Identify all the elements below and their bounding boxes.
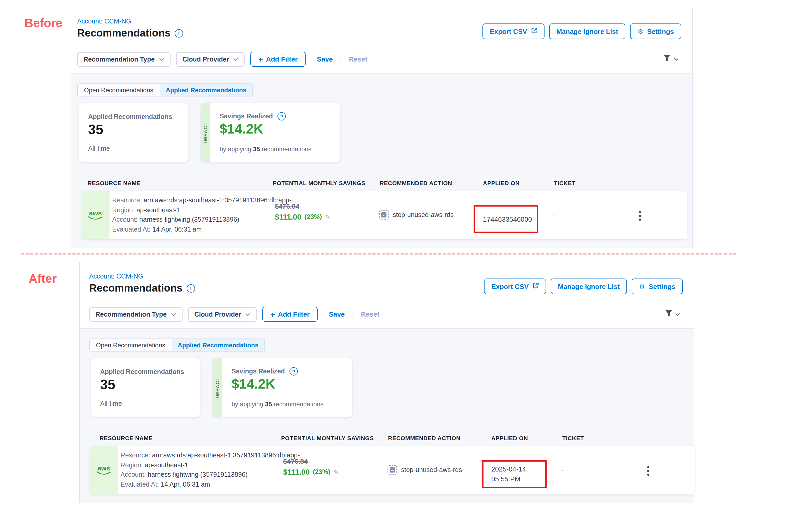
realized-savings: $111.00 xyxy=(283,468,310,476)
tab-open-recommendations[interactable]: Open Recommendations xyxy=(78,84,159,96)
add-filter-button[interactable]: + Add Filter xyxy=(250,52,305,67)
funnel-icon xyxy=(664,309,673,319)
savings-amount: $14.2K xyxy=(232,376,276,392)
cloud-provider-strip: aws xyxy=(90,446,118,494)
plus-icon: + xyxy=(258,55,263,64)
rule-icon xyxy=(387,465,397,475)
before-panel: Account: CCM-NG Recommendations i Export… xyxy=(72,7,692,248)
applied-count: 35 xyxy=(100,377,115,393)
tab-open-recommendations[interactable]: Open Recommendations xyxy=(90,339,172,351)
rule-icon xyxy=(379,210,388,220)
save-filter-link[interactable]: Save xyxy=(329,310,345,318)
column-potential-savings: POTENTIAL MONTHLY SAVINGS xyxy=(281,435,374,441)
page-title: Recommendations i xyxy=(89,282,195,294)
potential-savings-cell: $476.84 $111.00 (23%) ✎ xyxy=(283,457,339,476)
aws-smile-icon xyxy=(88,216,103,220)
manage-ignore-list-button[interactable]: Manage Ignore List xyxy=(549,23,625,39)
impact-badge: IMPACT xyxy=(213,358,222,417)
export-csv-button[interactable]: Export CSV xyxy=(482,23,544,39)
savings-realized-card: IMPACT Savings Realized ? $14.2K by appl… xyxy=(213,358,352,417)
realized-savings: $111.00 xyxy=(275,213,302,221)
account-breadcrumb[interactable]: Account: CCM-NG xyxy=(89,273,143,280)
row-menu-icon[interactable] xyxy=(638,210,642,222)
column-resource-name: RESOURCE NAME xyxy=(100,435,153,441)
filter-divider xyxy=(341,53,341,65)
ticket-cell: - xyxy=(553,211,555,218)
column-recommended-action: RECOMMENDED ACTION xyxy=(388,435,460,441)
export-csv-button[interactable]: Export CSV xyxy=(484,279,546,294)
column-recommended-action: RECOMMENDED ACTION xyxy=(380,180,452,186)
original-cost: $476.84 xyxy=(283,457,339,465)
edit-pencil-icon[interactable]: ✎ xyxy=(333,468,339,476)
plus-icon: + xyxy=(270,310,275,319)
save-filter-link[interactable]: Save xyxy=(317,55,333,63)
chevron-down-icon xyxy=(171,313,176,316)
filter-panel-toggle[interactable] xyxy=(664,309,680,319)
chevron-down-icon xyxy=(674,58,679,61)
chevron-down-icon xyxy=(159,58,164,61)
header-actions: Export CSV Manage Ignore List ⚙ Settings xyxy=(484,279,683,294)
chevron-down-icon xyxy=(233,58,239,61)
applied-on-value: 1744633546000 xyxy=(483,214,537,224)
page-title: Recommendations i xyxy=(77,27,183,39)
gear-icon: ⚙ xyxy=(638,27,643,35)
after-annotation-label: After xyxy=(29,272,57,286)
recommendation-type-filter[interactable]: Recommendation Type xyxy=(77,52,170,66)
tab-applied-recommendations[interactable]: Applied Recommendations xyxy=(172,339,265,351)
help-icon[interactable]: ? xyxy=(278,112,286,120)
manage-ignore-list-button[interactable]: Manage Ignore List xyxy=(551,279,627,294)
applied-on-time: 05:55 PM xyxy=(491,474,545,484)
applied-on-date: 2025-04-14 xyxy=(491,464,545,474)
recommendations-tabs: Open Recommendations Applied Recommendat… xyxy=(77,83,253,96)
resource-details: Resource: arn:aws:rds:ap-southeast-1:357… xyxy=(120,451,305,489)
edit-pencil-icon[interactable]: ✎ xyxy=(325,213,330,221)
column-resource-name: RESOURCE NAME xyxy=(88,180,140,186)
info-icon[interactable]: i xyxy=(175,29,183,37)
cloud-provider-strip: aws xyxy=(81,191,110,240)
original-cost: $476.84 xyxy=(275,202,330,210)
info-icon[interactable]: i xyxy=(187,284,195,292)
recommended-action-cell: stop-unused-aws-rds xyxy=(379,210,454,220)
page-header: Account: CCM-NG Recommendations i Export… xyxy=(80,262,694,300)
reset-filter-link[interactable]: Reset xyxy=(349,55,367,63)
column-applied-on: APPLIED ON xyxy=(491,435,528,441)
before-after-divider xyxy=(21,253,737,254)
filter-bar: Recommendation Type Cloud Provider + Add… xyxy=(80,300,694,328)
filter-bar: Recommendation Type Cloud Provider + Add… xyxy=(72,45,692,74)
add-filter-button[interactable]: + Add Filter xyxy=(262,307,317,322)
chevron-down-icon xyxy=(676,313,680,316)
column-potential-savings: POTENTIAL MONTHLY SAVINGS xyxy=(273,180,365,186)
table-row[interactable]: aws Resource: arn:aws:rds:ap-southeast-1… xyxy=(90,446,695,494)
account-breadcrumb[interactable]: Account: CCM-NG xyxy=(77,18,131,25)
tab-applied-recommendations[interactable]: Applied Recommendations xyxy=(159,84,253,96)
after-panel: Account: CCM-NG Recommendations i Export… xyxy=(79,262,694,503)
reset-filter-link[interactable]: Reset xyxy=(361,310,379,318)
help-icon[interactable]: ? xyxy=(289,367,298,376)
recommended-action-cell: stop-unused-aws-rds xyxy=(387,465,462,475)
funnel-icon xyxy=(663,54,671,64)
aws-logo: aws xyxy=(89,210,102,216)
applied-recommendations-card: Applied Recommendations 35 All-time xyxy=(91,358,200,417)
potential-savings-cell: $476.84 $111.00 (23%) ✎ xyxy=(275,202,330,221)
filter-panel-toggle[interactable] xyxy=(663,54,679,64)
cloud-provider-filter[interactable]: Cloud Provider xyxy=(176,52,245,66)
header-actions: Export CSV Manage Ignore List ⚙ Settings xyxy=(482,23,681,39)
applied-on-highlight-box: 2025-04-14 05:55 PM xyxy=(482,460,547,488)
settings-button[interactable]: ⚙ Settings xyxy=(630,23,681,39)
applied-on-highlight-box: 1744633546000 xyxy=(474,205,538,233)
cloud-provider-filter[interactable]: Cloud Provider xyxy=(188,307,256,322)
table-row[interactable]: aws Resource: arn:aws:rds:ap-southeast-1… xyxy=(81,191,687,240)
page-header: Account: CCM-NG Recommendations i Export… xyxy=(72,7,692,45)
recommendations-tabs: Open Recommendations Applied Recommendat… xyxy=(89,339,265,352)
recommendation-type-filter[interactable]: Recommendation Type xyxy=(89,307,182,322)
impact-badge: IMPACT xyxy=(201,103,210,162)
row-menu-icon[interactable] xyxy=(646,465,650,476)
column-ticket: TICKET xyxy=(562,435,584,441)
filter-divider xyxy=(353,308,353,321)
resource-details: Resource: arn:aws:rds:ap-southeast-1:357… xyxy=(112,195,297,234)
comparison-canvas: Before After Account: CCM-NG Recommendat… xyxy=(0,0,798,532)
aws-smile-icon xyxy=(96,471,111,475)
external-link-icon xyxy=(532,282,538,290)
gear-icon: ⚙ xyxy=(639,282,645,290)
settings-button[interactable]: ⚙ Settings xyxy=(632,279,683,294)
